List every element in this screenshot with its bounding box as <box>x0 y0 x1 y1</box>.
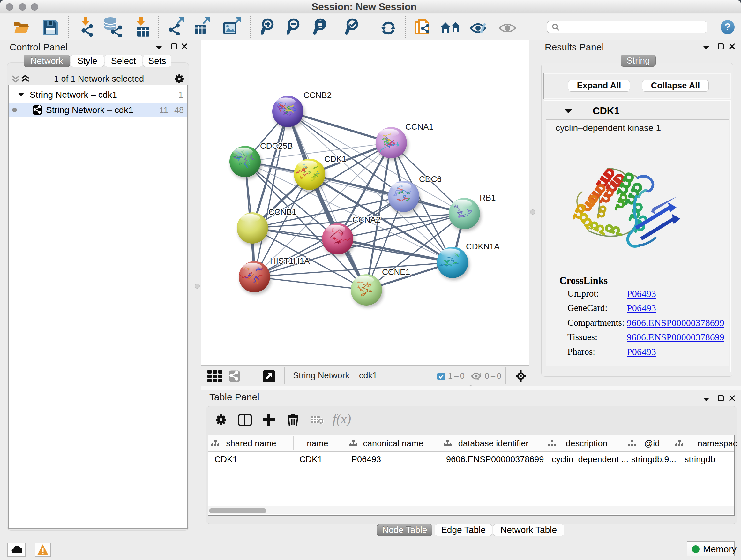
svg-text:CDC6: CDC6 <box>419 174 442 184</box>
svg-text:CCNE1: CCNE1 <box>382 267 410 277</box>
svg-text:CCNB2: CCNB2 <box>304 90 332 100</box>
svg-text:CDC25B: CDC25B <box>260 141 293 151</box>
svg-text:CDK1: CDK1 <box>324 154 346 164</box>
svg-text:CCNA1: CCNA1 <box>405 122 433 132</box>
svg-text:HIST1H1A: HIST1H1A <box>270 256 310 266</box>
svg-text:RB1: RB1 <box>480 193 496 202</box>
svg-text:CCNA2: CCNA2 <box>352 215 381 225</box>
svg-text:CCNB1: CCNB1 <box>268 207 296 217</box>
svg-text:CDKN1A: CDKN1A <box>466 242 500 251</box>
